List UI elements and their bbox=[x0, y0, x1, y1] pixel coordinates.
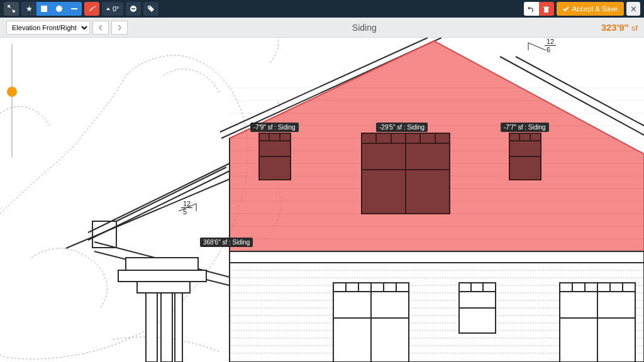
view-select[interactable]: Elevation Front/Right bbox=[6, 21, 90, 35]
sub-toolbar: Elevation Front/Right Siding 323'9" sf bbox=[0, 18, 644, 38]
drawing-canvas[interactable]: 12 5 12 6 -7'9" sf : Siding -29'5" sf : … bbox=[0, 38, 644, 362]
square-tool-button[interactable] bbox=[36, 2, 52, 16]
next-view-button[interactable] bbox=[111, 21, 128, 35]
chevron-left-icon bbox=[98, 25, 103, 31]
prev-view-button[interactable] bbox=[92, 21, 109, 35]
svg-point-2 bbox=[148, 6, 150, 8]
undo-delete-group bbox=[524, 2, 554, 16]
svg-rect-71 bbox=[126, 258, 198, 270]
zoom-out-button[interactable] bbox=[126, 2, 141, 16]
star-icon: ★ bbox=[26, 4, 33, 13]
minus-icon bbox=[71, 8, 77, 9]
svg-rect-76 bbox=[175, 293, 182, 362]
svg-rect-18 bbox=[230, 251, 644, 263]
square-icon bbox=[41, 6, 47, 12]
page-title: Siding bbox=[128, 23, 601, 33]
blueprint-drawing bbox=[0, 38, 644, 362]
svg-rect-1 bbox=[131, 8, 135, 9]
circle-icon bbox=[56, 6, 62, 12]
delete-button[interactable] bbox=[539, 2, 554, 16]
accept-save-label: Accept & Save bbox=[572, 5, 618, 13]
line-tool-button[interactable] bbox=[67, 2, 82, 16]
measurement-unit: sf bbox=[631, 23, 638, 33]
zoom-out-icon bbox=[130, 5, 137, 13]
chevron-right-icon bbox=[117, 25, 122, 31]
star-tool-button[interactable]: ★ bbox=[21, 2, 36, 16]
undo-icon bbox=[528, 5, 535, 13]
total-measurement: 323'9" sf bbox=[601, 22, 638, 33]
annotation-label[interactable]: -7'9" sf : Siding bbox=[250, 123, 299, 132]
tag-icon bbox=[147, 5, 155, 13]
brush-icon bbox=[88, 5, 96, 13]
expand-icon bbox=[8, 5, 15, 13]
svg-rect-74 bbox=[146, 293, 157, 362]
circle-tool-button[interactable] bbox=[52, 2, 67, 16]
close-icon: ✕ bbox=[630, 4, 637, 14]
tag-button[interactable] bbox=[143, 2, 158, 16]
pitch-marker-right: 12 6 bbox=[545, 38, 556, 53]
accept-save-button[interactable]: Accept & Save bbox=[557, 2, 624, 16]
svg-rect-73 bbox=[137, 282, 190, 293]
main-toolbar: ★ 0° Accept & Save ✕ bbox=[0, 0, 644, 18]
close-button[interactable]: ✕ bbox=[626, 2, 640, 16]
undo-button[interactable] bbox=[524, 2, 539, 16]
check-icon bbox=[563, 6, 569, 12]
angle-up-icon bbox=[106, 6, 111, 11]
annotation-label[interactable]: -7'7" sf : Siding bbox=[501, 123, 549, 132]
shape-tool-group: ★ bbox=[21, 2, 82, 16]
angle-button[interactable]: 0° bbox=[102, 2, 123, 16]
annotation-label[interactable]: 368'6" sf : Siding bbox=[200, 238, 253, 247]
measurement-value: 323'9" bbox=[601, 22, 629, 33]
expand-button[interactable] bbox=[4, 2, 19, 16]
pitch-marker-left: 12 5 bbox=[181, 200, 192, 216]
annotation-label[interactable]: -29'5" sf : Siding bbox=[376, 123, 428, 132]
trash-icon bbox=[543, 6, 550, 13]
brush-tool-button[interactable] bbox=[84, 2, 99, 16]
svg-rect-75 bbox=[161, 293, 172, 362]
svg-rect-72 bbox=[118, 270, 206, 282]
angle-value: 0° bbox=[113, 5, 119, 13]
